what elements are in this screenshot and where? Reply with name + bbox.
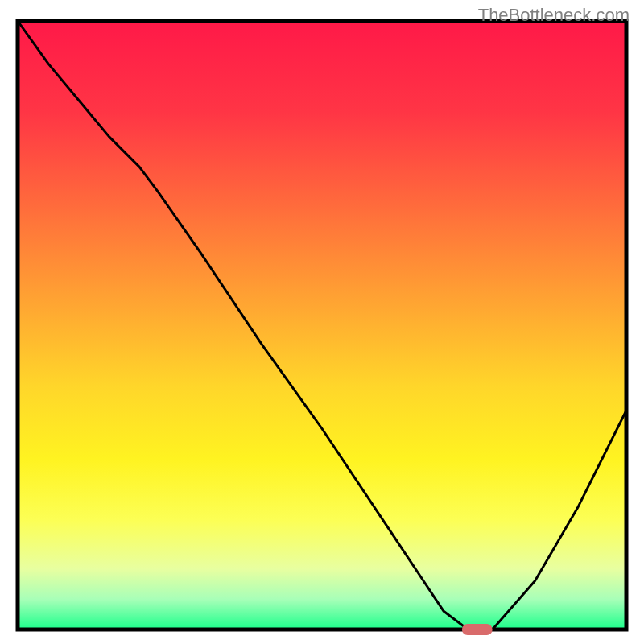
bottleneck-chart bbox=[0, 0, 644, 644]
minimum-marker bbox=[462, 624, 493, 635]
chart-container: TheBottleneck.com bbox=[0, 0, 644, 644]
gradient-background bbox=[18, 21, 626, 630]
watermark-text: TheBottleneck.com bbox=[478, 5, 630, 26]
